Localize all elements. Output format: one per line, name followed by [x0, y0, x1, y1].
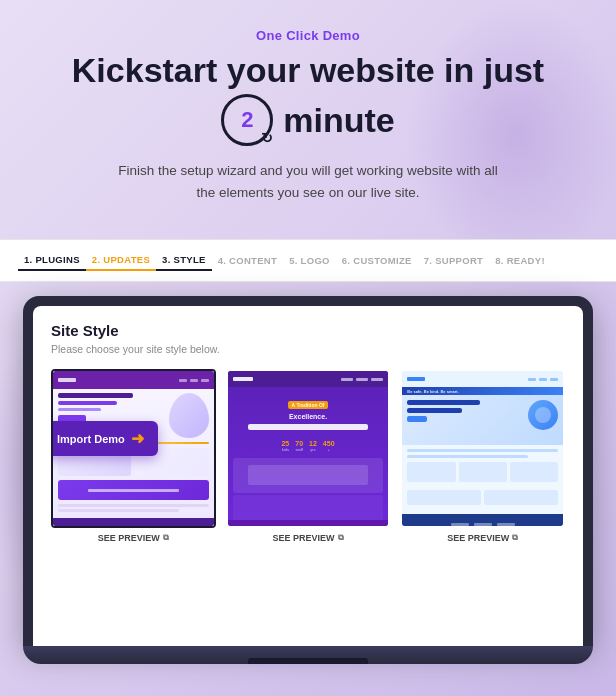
- preview-card-1[interactable]: Import Demo ➜: [51, 369, 216, 528]
- headline-line1: Kickstart your website in just: [20, 51, 596, 90]
- step-style[interactable]: 3. STYLE: [156, 250, 212, 271]
- preview-img-2: A Tradition Of Excellence. 25 kids: [228, 371, 389, 526]
- card1-header: [53, 371, 214, 389]
- see-preview-link-2[interactable]: SEE PREVIEW ⧉: [226, 533, 391, 543]
- step-updates[interactable]: 2. UPDATES: [86, 250, 156, 271]
- clock-icon: 2 ↻: [221, 94, 273, 146]
- import-demo-label: Import Demo: [57, 433, 125, 445]
- steps-bar: 1. PLUGINS 2. UPDATES 3. STYLE 4. CONTEN…: [0, 239, 616, 282]
- card2-hero: A Tradition Of Excellence.: [228, 387, 389, 435]
- card2-img-strip: [233, 458, 384, 493]
- one-click-label: One Click Demo: [20, 28, 596, 43]
- preview-card-2[interactable]: A Tradition Of Excellence. 25 kids: [226, 369, 391, 528]
- preview-footer-2: SEE PREVIEW ⧉: [226, 528, 391, 551]
- card3-deco: [528, 400, 558, 430]
- laptop-screen: Site Style Please choose your site style…: [33, 306, 583, 646]
- card3-hero-text: [407, 400, 497, 422]
- card2-numbers: 25 kids 70 staff: [228, 436, 389, 456]
- preview-card-3[interactable]: Be safe. Be kind. Be smart.: [400, 369, 565, 528]
- preview-grid: Import Demo ➜: [51, 369, 565, 551]
- site-style-title: Site Style: [51, 322, 565, 339]
- step-content[interactable]: 4. CONTENT: [212, 251, 283, 270]
- preview-footer-1: SEE PREVIEW ⧉: [51, 528, 216, 551]
- preview-card-wrapper-2: A Tradition Of Excellence. 25 kids: [226, 369, 391, 551]
- card2-bottom: [233, 495, 384, 520]
- see-preview-link-3[interactable]: SEE PREVIEW ⧉: [400, 533, 565, 543]
- preview-card-wrapper-1: Import Demo ➜: [51, 369, 216, 551]
- site-style-subtitle: Please choose your site style below.: [51, 343, 565, 355]
- screen-inner: Site Style Please choose your site style…: [33, 306, 583, 567]
- laptop-wrapper: Site Style Please choose your site style…: [23, 296, 593, 664]
- laptop-base: [23, 646, 593, 664]
- card2-badge: A Tradition Of: [288, 401, 329, 409]
- step-ready[interactable]: 8. READY!: [489, 251, 551, 270]
- preview-img-3: Be safe. Be kind. Be smart.: [402, 371, 563, 526]
- card1-hero-image: [169, 393, 209, 438]
- laptop-outer: Site Style Please choose your site style…: [23, 296, 593, 646]
- step-plugins[interactable]: 1. PLUGINS: [18, 250, 86, 271]
- card3-hero: [402, 395, 563, 445]
- external-link-icon-1: ⧉: [163, 533, 169, 543]
- step-customize[interactable]: 6. CUSTOMIZE: [336, 251, 418, 270]
- preview-card-wrapper-3: Be safe. Be kind. Be smart.: [400, 369, 565, 551]
- card3-footer-strip: [402, 514, 563, 526]
- card3-content: [402, 445, 563, 486]
- step-support[interactable]: 7. SUPPORT: [418, 251, 490, 270]
- headline-row2: 2 ↻ minute: [20, 94, 596, 146]
- external-link-icon-3: ⧉: [512, 533, 518, 543]
- card3-header: [402, 371, 563, 387]
- card2-header: [228, 371, 389, 387]
- see-preview-link-1[interactable]: SEE PREVIEW ⧉: [51, 533, 216, 543]
- step-logo[interactable]: 5. LOGO: [283, 251, 336, 270]
- card2-bg: A Tradition Of Excellence. 25 kids: [228, 371, 389, 526]
- external-link-icon-2: ⧉: [338, 533, 344, 543]
- clock-number: 2: [241, 109, 253, 131]
- preview-footer-3: SEE PREVIEW ⧉: [400, 528, 565, 551]
- subtitle-text: Finish the setup wizard and you will get…: [118, 160, 498, 203]
- header-section: One Click Demo Kickstart your website in…: [0, 0, 616, 239]
- card3-bg: Be safe. Be kind. Be smart.: [402, 371, 563, 526]
- headline-line2: minute: [283, 101, 394, 140]
- import-arrow-icon: ➜: [131, 429, 144, 448]
- clock-arrow-icon: ↻: [261, 130, 273, 146]
- import-demo-button[interactable]: Import Demo ➜: [51, 421, 158, 456]
